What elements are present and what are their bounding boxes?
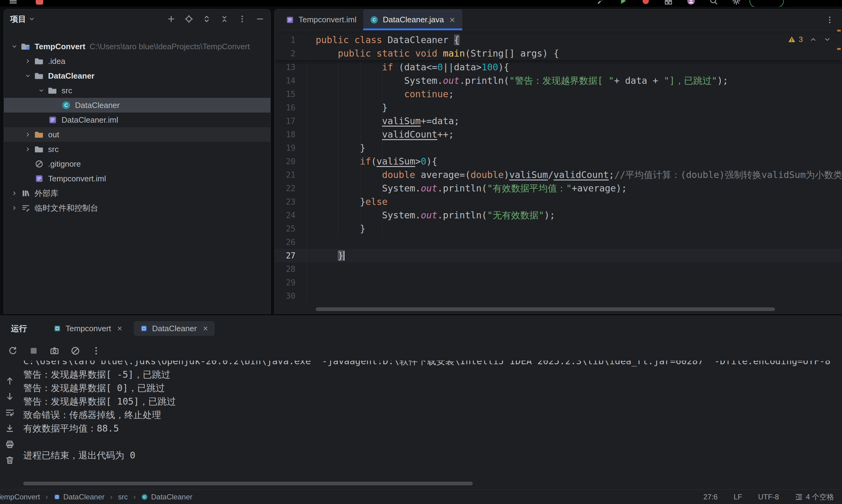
- run-tab-DataCleaner[interactable]: DataCleaner: [134, 321, 214, 336]
- breadcrumb-TempConvert[interactable]: TempConvert: [0, 493, 40, 501]
- prev-warning-icon[interactable]: [810, 36, 817, 43]
- breadcrumb-src[interactable]: src: [118, 493, 128, 501]
- expand-all-icon[interactable]: [202, 15, 211, 23]
- encoding[interactable]: UTF-8: [758, 493, 779, 501]
- scroll-end-icon[interactable]: [5, 424, 15, 433]
- printer-icon[interactable]: [5, 439, 15, 449]
- code-line-24[interactable]: 24 System.out.println("无有效数据");: [275, 209, 842, 222]
- tree-item-datacleaner-iml[interactable]: DataCleaner.iml: [4, 112, 270, 127]
- avatar-icon[interactable]: [686, 0, 695, 5]
- close-tab-icon[interactable]: [449, 17, 456, 23]
- code-line-18[interactable]: 18 validCount++;: [275, 128, 842, 141]
- breadcrumb-DataCleaner[interactable]: DataCleaner: [54, 493, 105, 501]
- more-v-icon[interactable]: [91, 346, 101, 356]
- search-icon[interactable]: [709, 0, 718, 5]
- code-line-1[interactable]: 1public class DataCleaner {: [275, 33, 842, 47]
- record-dot-icon: [641, 0, 650, 5]
- tree-item-src-folder[interactable]: src: [4, 83, 270, 98]
- code-line-21[interactable]: 21 double average=(double)valiSum/validC…: [275, 168, 842, 182]
- inspections-widget[interactable]: 3: [788, 35, 831, 44]
- code-line-25[interactable]: 25 }: [275, 222, 842, 235]
- chevron-down-icon[interactable]: [11, 40, 17, 53]
- collapse-all-icon[interactable]: [220, 15, 229, 23]
- editor-more-icon[interactable]: [825, 16, 834, 24]
- gear-icon[interactable]: [732, 0, 741, 5]
- chevron-right-icon[interactable]: [22, 58, 34, 64]
- titlebar-license-pill[interactable]: [750, 0, 784, 7]
- editor-tab-Tempconvert.iml[interactable]: Tempconvert.iml: [279, 10, 363, 30]
- code-line-14[interactable]: 14 System.out.println("警告：发现越界数据[ "+ dat…: [275, 74, 842, 88]
- soft-wrap-icon[interactable]: [5, 408, 15, 417]
- next-warning-icon[interactable]: [824, 36, 831, 43]
- run-console[interactable]: C:\Users\taro blue\.jdks\openjdk-20.0.2\…: [23, 361, 842, 477]
- code-line-19[interactable]: 19 }: [275, 141, 842, 155]
- run-panel-title: 运行: [11, 323, 27, 334]
- folder-icon: [34, 57, 45, 66]
- chevron-right-icon[interactable]: [22, 131, 34, 138]
- code-line-20[interactable]: 20 if(valiSum>0){: [275, 155, 842, 168]
- grid-icon[interactable]: [664, 0, 673, 5]
- line-number: 15: [275, 88, 307, 101]
- tree-item-path: C:\Users\taro blue\IdeaProjects\TempConv…: [90, 42, 250, 51]
- warning-stripe-mark[interactable]: [837, 48, 841, 50]
- run-tab-Tempconvert[interactable]: Tempconvert: [47, 321, 129, 336]
- code-line-28[interactable]: 28: [275, 263, 842, 276]
- camera-icon[interactable]: [50, 346, 59, 356]
- code-text: validCount++;: [307, 128, 842, 141]
- tree-item-tempconvert-iml[interactable]: Tempconvert.iml: [4, 171, 270, 186]
- tree-item-tempconvert-root[interactable]: TempConvertC:\Users\taro blue\IdeaProjec…: [4, 39, 270, 54]
- chevron-down-icon[interactable]: [38, 85, 45, 97]
- warning-stripe-mark[interactable]: [837, 30, 841, 32]
- code-line-2[interactable]: 2 public static void main(String[] args)…: [275, 47, 842, 60]
- stop-icon[interactable]: [29, 346, 38, 356]
- editor-horizontal-scrollbar[interactable]: [316, 307, 775, 311]
- code-line-23[interactable]: 23 }else: [275, 195, 842, 209]
- chevron-down-icon[interactable]: [25, 70, 31, 82]
- tree-item-out-folder[interactable]: out: [4, 127, 270, 142]
- close-tab-icon[interactable]: [117, 325, 123, 331]
- code-line-27[interactable]: 27 }: [275, 249, 842, 263]
- code-text: [307, 235, 842, 249]
- close-tab-icon[interactable]: [202, 325, 208, 331]
- text-caret: [344, 251, 344, 260]
- tree-item-datacleaner-module[interactable]: DataCleaner: [4, 69, 270, 83]
- plus-icon[interactable]: [167, 15, 175, 23]
- code-line-22[interactable]: 22 System.out.println("有效数据平均值："+average…: [275, 182, 842, 195]
- tree-item-external-libraries[interactable]: 外部库: [4, 186, 270, 201]
- code-line-30[interactable]: 30: [275, 289, 842, 303]
- trash-icon[interactable]: [5, 455, 15, 465]
- disconnect-icon[interactable]: [70, 346, 80, 356]
- play-icon[interactable]: [618, 0, 628, 5]
- code-line-13[interactable]: 13 if (data<=0||data>100){: [275, 60, 842, 74]
- tree-item-scratches[interactable]: 临时文件和控制台: [4, 201, 270, 215]
- code-line-26[interactable]: 26: [275, 235, 842, 249]
- minimize-icon[interactable]: [256, 15, 264, 23]
- target-icon[interactable]: [185, 15, 193, 23]
- menu-icon[interactable]: [8, 0, 18, 5]
- class-icon: C: [370, 16, 378, 24]
- tree-item-datacleaner-class[interactable]: CDataCleaner: [4, 98, 270, 112]
- more-v-icon[interactable]: [238, 15, 246, 23]
- tree-item-idea-folder[interactable]: .idea: [4, 54, 270, 69]
- editor-tab-DataCleaner.java[interactable]: CDataCleaner.java: [363, 10, 462, 30]
- arrow-down-icon[interactable]: [5, 392, 15, 401]
- code-line-15[interactable]: 15 continue;: [275, 88, 842, 101]
- code-line-29[interactable]: 29: [275, 276, 842, 289]
- project-view-selector[interactable]: 项目: [10, 14, 35, 24]
- arrow-up-icon[interactable]: [5, 376, 15, 386]
- code-line-16[interactable]: 16 }: [275, 101, 842, 114]
- rerun-icon[interactable]: [8, 346, 18, 356]
- chevron-right-icon[interactable]: [8, 190, 20, 196]
- line-ending[interactable]: LF: [734, 493, 742, 501]
- code-editor[interactable]: 1public class DataCleaner {2 public stat…: [275, 30, 842, 314]
- tree-item-src-folder-2[interactable]: src: [4, 142, 270, 157]
- code-line-17[interactable]: 17 valiSum+=data;: [275, 114, 842, 128]
- caret-position[interactable]: 27:6: [703, 493, 718, 501]
- indent-setting[interactable]: 4 个空格: [795, 492, 834, 502]
- breadcrumb-DataCleaner[interactable]: CDataCleaner: [141, 493, 192, 501]
- hammer-icon[interactable]: [596, 0, 605, 5]
- tree-item-gitignore-file[interactable]: .gitignore: [4, 157, 270, 171]
- console-horizontal-scrollbar[interactable]: [23, 482, 473, 485]
- chevron-right-icon[interactable]: [22, 146, 34, 152]
- chevron-right-icon[interactable]: [8, 205, 20, 211]
